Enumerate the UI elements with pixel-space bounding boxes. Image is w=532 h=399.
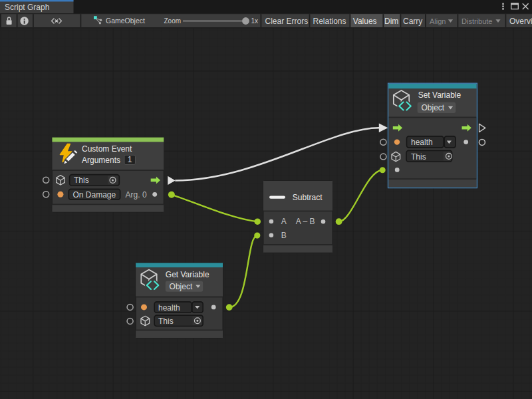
svg-text:1: 1 xyxy=(128,155,132,164)
svg-text:Subtract: Subtract xyxy=(293,193,323,202)
svg-text:Distribute: Distribute xyxy=(462,17,492,25)
svg-text:This: This xyxy=(411,152,426,162)
svg-text:B: B xyxy=(281,231,287,240)
svg-text:health: health xyxy=(411,138,433,147)
svg-text:Set Variable: Set Variable xyxy=(418,90,462,100)
svg-text:On Damage: On Damage xyxy=(73,190,116,200)
svg-text:health: health xyxy=(158,303,180,313)
svg-text:GameObject: GameObject xyxy=(106,17,145,25)
svg-text:Custom Event: Custom Event xyxy=(82,144,132,154)
svg-text:Script Graph: Script Graph xyxy=(5,3,49,12)
svg-text:Overview: Overview xyxy=(509,17,532,26)
svg-text:Carry: Carry xyxy=(403,17,422,26)
svg-text:Clear Errors: Clear Errors xyxy=(265,17,309,26)
svg-text:Object: Object xyxy=(170,282,193,291)
svg-text:Align: Align xyxy=(430,17,446,25)
svg-text:Arguments: Arguments xyxy=(82,156,120,165)
svg-text:A: A xyxy=(281,217,287,226)
svg-text:Get Variable: Get Variable xyxy=(166,270,209,279)
svg-text:Object: Object xyxy=(422,103,445,112)
svg-text:This: This xyxy=(158,317,174,326)
svg-text:1x: 1x xyxy=(251,17,259,25)
svg-text:A – B: A – B xyxy=(296,217,315,226)
svg-text:Dim: Dim xyxy=(384,17,398,26)
svg-text:Arg. 0: Arg. 0 xyxy=(126,190,147,200)
svg-text:Relations: Relations xyxy=(313,17,346,26)
svg-text:This: This xyxy=(74,176,89,185)
svg-text:Values: Values xyxy=(353,17,377,26)
svg-text:Zoom: Zoom xyxy=(164,17,182,25)
